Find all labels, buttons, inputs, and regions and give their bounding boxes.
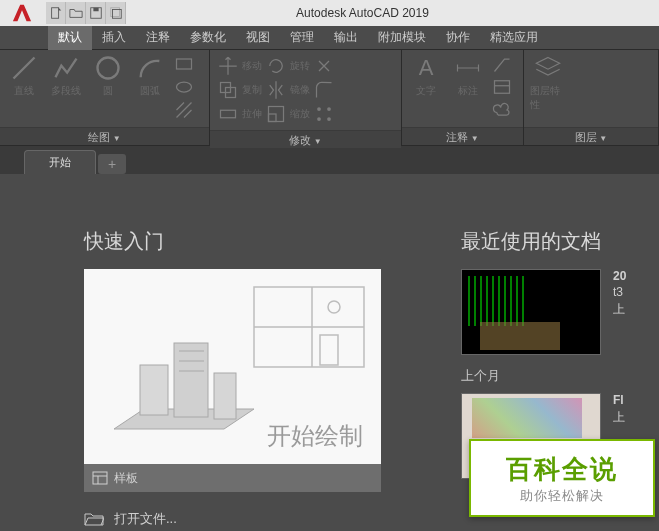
tool-layer-properties[interactable]: 图层特性 xyxy=(530,54,566,123)
quick-access-toolbar xyxy=(46,2,126,24)
tool-ellipse-icon[interactable] xyxy=(174,77,194,97)
ribbon-tab-addins[interactable]: 附加模块 xyxy=(368,26,436,50)
watermark-subtitle: 助你轻松解决 xyxy=(520,487,604,505)
svg-point-15 xyxy=(327,107,331,111)
recent-heading: 最近使用的文档 xyxy=(461,228,659,255)
svg-rect-11 xyxy=(221,110,236,118)
svg-point-14 xyxy=(317,107,321,111)
app-logo[interactable] xyxy=(0,0,44,26)
watermark-title: 百科全说 xyxy=(506,452,618,487)
tool-hatch-icon[interactable] xyxy=(174,100,194,120)
recent-item[interactable]: 20 t3 上 xyxy=(461,269,659,355)
svg-point-6 xyxy=(98,58,119,79)
template-dropdown[interactable]: 样板 xyxy=(84,464,381,492)
ribbon-panel-draw: 直线 多段线 圆 圆弧 绘图 xyxy=(0,50,210,145)
ribbon-panel-modify: 移动 旋转 复制 镜像 拉伸 缩放 修改 xyxy=(210,50,402,145)
tool-scale-icon[interactable] xyxy=(266,104,286,124)
add-tab-button[interactable]: + xyxy=(98,154,126,174)
ribbon-panel-annotate: A文字 标注 注释 xyxy=(402,50,524,145)
ribbon-panel-title-modify[interactable]: 修改 xyxy=(210,130,401,148)
tool-arc[interactable]: 圆弧 xyxy=(132,54,168,123)
qat-saveas-icon[interactable] xyxy=(106,2,126,24)
tool-text[interactable]: A文字 xyxy=(408,54,444,123)
ribbon-tab-manage[interactable]: 管理 xyxy=(280,26,324,50)
svg-point-17 xyxy=(327,117,331,121)
svg-rect-0 xyxy=(51,8,58,19)
tool-fillet-icon[interactable] xyxy=(314,80,334,100)
qat-save-icon[interactable] xyxy=(86,2,106,24)
watermark-overlay: 百科全说 助你轻松解决 xyxy=(469,439,655,517)
recent-month-header: 上个月 xyxy=(461,367,659,385)
qat-open-icon[interactable] xyxy=(66,2,86,24)
svg-rect-2 xyxy=(93,8,98,12)
ribbon-panel-title-draw[interactable]: 绘图 xyxy=(0,127,209,145)
tool-leader-icon[interactable] xyxy=(492,54,512,74)
tool-circle[interactable]: 圆 xyxy=(90,54,126,123)
recent-title: 20 xyxy=(613,269,626,283)
title-bar: Autodesk AutoCAD 2019 xyxy=(0,0,659,26)
ribbon-tabs: 默认 插入 注释 参数化 视图 管理 输出 附加模块 协作 精选应用 xyxy=(0,26,659,50)
tool-dimension[interactable]: 标注 xyxy=(450,54,486,123)
tool-polyline[interactable]: 多段线 xyxy=(48,54,84,123)
svg-point-16 xyxy=(317,117,321,121)
tool-rect-icon[interactable] xyxy=(174,54,194,74)
template-label: 样板 xyxy=(114,470,138,487)
svg-rect-27 xyxy=(174,343,208,417)
svg-line-5 xyxy=(14,58,35,79)
start-drawing-tile[interactable]: 开始绘制 xyxy=(84,269,381,464)
document-tab-start[interactable]: 开始 xyxy=(24,150,96,174)
tool-copy-icon[interactable] xyxy=(218,80,238,100)
svg-rect-18 xyxy=(495,81,510,94)
tool-stretch-icon[interactable] xyxy=(218,104,238,124)
folder-open-icon xyxy=(84,511,104,527)
svg-rect-28 xyxy=(214,373,236,419)
svg-rect-7 xyxy=(177,59,192,69)
ribbon-panel-title-layers[interactable]: 图层 xyxy=(524,127,658,145)
tool-array-icon[interactable] xyxy=(314,104,334,124)
document-tabstrip: 开始 + xyxy=(0,146,659,174)
window-title: Autodesk AutoCAD 2019 xyxy=(126,6,659,20)
ribbon-tab-parametric[interactable]: 参数化 xyxy=(180,26,236,50)
ribbon-tab-collab[interactable]: 协作 xyxy=(436,26,480,50)
ribbon-tab-annotate[interactable]: 注释 xyxy=(136,26,180,50)
svg-rect-26 xyxy=(140,365,168,415)
recent-thumbnail xyxy=(461,269,601,355)
quickstart-heading: 快速入门 xyxy=(84,228,381,255)
svg-rect-32 xyxy=(93,472,107,484)
qat-new-icon[interactable] xyxy=(46,2,66,24)
svg-point-8 xyxy=(177,82,192,92)
recent-title: Fl xyxy=(613,393,625,407)
tool-trim-icon[interactable] xyxy=(314,56,334,76)
tool-cloud-icon[interactable] xyxy=(492,100,512,120)
ribbon-panel-layers: 图层特性 图层 xyxy=(524,50,659,145)
tool-line[interactable]: 直线 xyxy=(6,54,42,123)
ribbon-tab-view[interactable]: 视图 xyxy=(236,26,280,50)
ribbon-tab-featured[interactable]: 精选应用 xyxy=(480,26,548,50)
template-icon xyxy=(92,470,108,486)
start-drawing-label: 开始绘制 xyxy=(267,420,363,452)
ribbon-tab-insert[interactable]: 插入 xyxy=(92,26,136,50)
recent-sub: t3 xyxy=(613,285,626,299)
ribbon-tab-output[interactable]: 输出 xyxy=(324,26,368,50)
tool-table-icon[interactable] xyxy=(492,77,512,97)
recent-sub: 上 xyxy=(613,409,625,426)
tool-move-icon[interactable] xyxy=(218,56,238,76)
ribbon-panel-title-annotate[interactable]: 注释 xyxy=(402,127,523,145)
svg-rect-12 xyxy=(269,114,277,122)
tool-mirror-icon[interactable] xyxy=(266,80,286,100)
quickstart-section: 快速入门 开始绘制 xyxy=(84,228,381,531)
recent-sub2: 上 xyxy=(613,301,626,318)
open-files-link[interactable]: 打开文件... xyxy=(84,510,381,528)
open-files-label: 打开文件... xyxy=(114,510,177,528)
ribbon-tab-default[interactable]: 默认 xyxy=(48,26,92,50)
ribbon: 直线 多段线 圆 圆弧 绘图 移动 旋转 复制 镜像 xyxy=(0,50,659,146)
tool-rotate-icon[interactable] xyxy=(266,56,286,76)
